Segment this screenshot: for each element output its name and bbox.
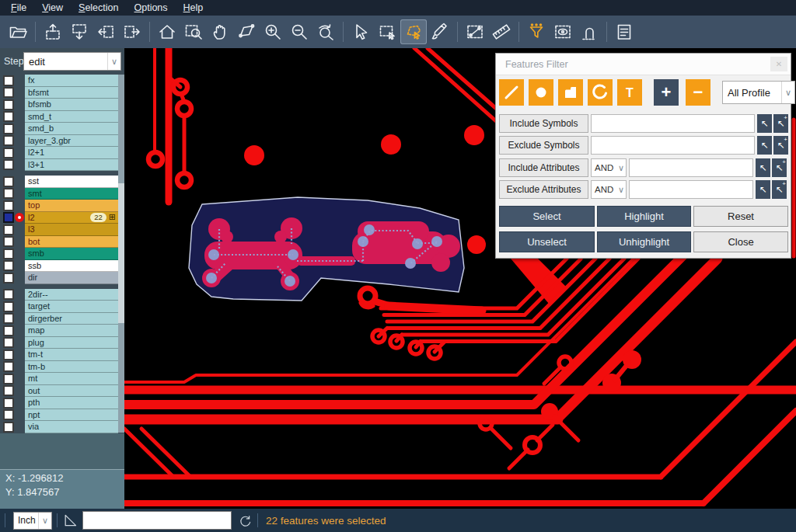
layer-name[interactable]: tm-t [25,349,118,361]
pick-attribute-icon[interactable]: ↖ [756,158,770,177]
exclude-attributes-button[interactable]: Exclude Attributes [499,180,588,199]
profile-select[interactable]: All Profile ∨ [722,81,795,104]
layer-name[interactable]: npt [25,409,118,422]
home-view-icon[interactable] [154,19,180,44]
exclude-symbols-input[interactable] [591,136,755,155]
layer-name[interactable]: ssb [25,260,118,273]
step-select[interactable]: edit ∨ [23,52,121,71]
layer-name[interactable]: dir [25,272,118,284]
view-options-icon[interactable] [550,19,576,44]
include-attributes-input[interactable] [629,158,753,177]
layer-name[interactable]: sst [25,176,118,188]
layer-name[interactable]: bfsmt [25,87,118,99]
layer-visibility-checkbox[interactable] [3,422,14,433]
line-feature-button[interactable] [499,79,524,106]
select-polygon-icon[interactable] [400,19,427,44]
pick-symbol-icon[interactable]: ↖ [757,114,772,133]
layer-visibility-checkbox[interactable] [3,148,14,158]
layer-name[interactable]: l3 [25,224,118,236]
select-cursor-icon[interactable] [347,19,374,44]
layer-row-plug[interactable]: plug [0,337,118,349]
layer-visibility-checkbox[interactable] [3,325,14,336]
pan-down-icon[interactable] [66,19,93,44]
menu-selection[interactable]: Selection [71,2,126,14]
pick-add-attribute-icon[interactable]: ↖+ [772,180,787,199]
layer-row-mt[interactable]: mt [0,373,118,385]
zoom-window-icon[interactable] [180,19,207,44]
layer-name[interactable]: smb [25,248,118,260]
pick-symbol-icon[interactable]: ↖ [757,136,772,155]
corner-origin-icon[interactable] [62,513,78,528]
layer-visibility-checkbox[interactable] [3,385,14,396]
layer-name[interactable]: via [25,421,118,433]
pick-add-symbol-icon[interactable]: ↖+ [773,136,788,155]
layer-name[interactable]: out [25,385,118,398]
layer-visibility-checkbox[interactable] [3,159,14,170]
unhighlight-button[interactable]: Unhighlight [597,231,691,252]
zoom-out-icon[interactable] [286,19,312,44]
measure-ruler-icon[interactable] [488,19,515,44]
layer-name[interactable]: tm-b [25,361,118,374]
include-attributes-button[interactable]: Include Attributes [499,158,588,177]
pad-feature-button[interactable] [529,79,553,106]
layer-row-npt[interactable]: npt [0,409,118,422]
layer-row-sst[interactable]: sst [0,176,118,188]
layer-row-l3[interactable]: l3 [0,224,118,236]
measure-line-icon[interactable] [462,19,488,44]
units-select[interactable]: Inch ∨ [13,512,52,530]
layer-row-l3+1[interactable]: l3+1 [0,159,118,172]
layer-row-fx[interactable]: fx [0,75,118,87]
layer-name[interactable]: fx [25,75,118,87]
layer-row-smd_b[interactable]: smd_b [0,123,118,135]
layer-row-tm-b[interactable]: tm-b [0,361,118,374]
layer-visibility-checkbox[interactable] [3,176,14,187]
layer-visibility-checkbox[interactable] [3,99,14,110]
zoom-polygon-icon[interactable] [233,19,260,44]
pick-attribute-icon[interactable]: ↖ [756,180,770,199]
layer-row-l2[interactable]: l222⊞ [0,212,118,224]
layer-name[interactable]: target [25,301,118,313]
layer-visibility-checkbox[interactable] [3,398,14,409]
layer-row-map[interactable]: map [0,325,118,337]
layer-name[interactable]: pth [25,397,118,409]
layer-row-top[interactable]: top [0,200,118,212]
layer-row-bfsmt[interactable]: bfsmt [0,87,118,99]
layer-row-smd_t[interactable]: smd_t [0,111,118,123]
menu-options[interactable]: Options [126,2,175,14]
layer-visibility-checkbox[interactable] [3,75,14,86]
layer-row-layer_3.gbr[interactable]: layer_3.gbr [0,135,118,148]
refresh-icon[interactable] [238,513,253,528]
layer-visibility-checkbox[interactable] [3,212,14,223]
surface-feature-button[interactable] [558,79,583,106]
pan-right-icon[interactable] [119,19,145,44]
layer-name[interactable]: 2dir-- [25,289,118,301]
layer-row-l2+1[interactable]: l2+1 [0,147,118,159]
menu-view[interactable]: View [34,2,71,14]
layer-row-bfsmb[interactable]: bfsmb [0,99,118,111]
open-folder-icon[interactable] [5,19,31,44]
reset-button[interactable]: Reset [693,206,788,227]
exclude-attributes-input[interactable] [629,180,753,199]
layer-visibility-checkbox[interactable] [3,224,14,235]
pick-add-attribute-icon[interactable]: ↖+ [772,158,787,177]
pan-up-icon[interactable] [40,19,66,44]
arc-feature-button[interactable] [588,79,613,106]
menu-help[interactable]: Help [176,2,211,14]
layer-visibility-checkbox[interactable] [3,135,14,146]
unselect-button[interactable]: Unselect [499,231,595,252]
dialog-close-button[interactable]: ✕ [770,57,787,71]
remove-filter-button[interactable]: − [686,79,710,106]
zoom-in-icon[interactable] [260,19,286,44]
text-feature-button[interactable]: T [617,79,642,106]
layer-visibility-checkbox[interactable] [3,236,14,247]
include-symbols-button[interactable]: Include Symbols [499,114,588,133]
layer-visibility-checkbox[interactable] [3,123,14,134]
layer-name[interactable]: l2+1 [25,147,118,159]
clear-brush-icon[interactable] [427,19,453,44]
layer-visibility-checkbox[interactable] [3,337,14,348]
dialog-title-bar[interactable]: Features Filter ✕ [496,54,791,75]
layer-visibility-checkbox[interactable] [3,301,14,312]
include-attributes-operator[interactable]: AND ∨ [591,158,627,177]
menu-file[interactable]: File [3,2,34,14]
close-button[interactable]: Close [693,231,788,252]
